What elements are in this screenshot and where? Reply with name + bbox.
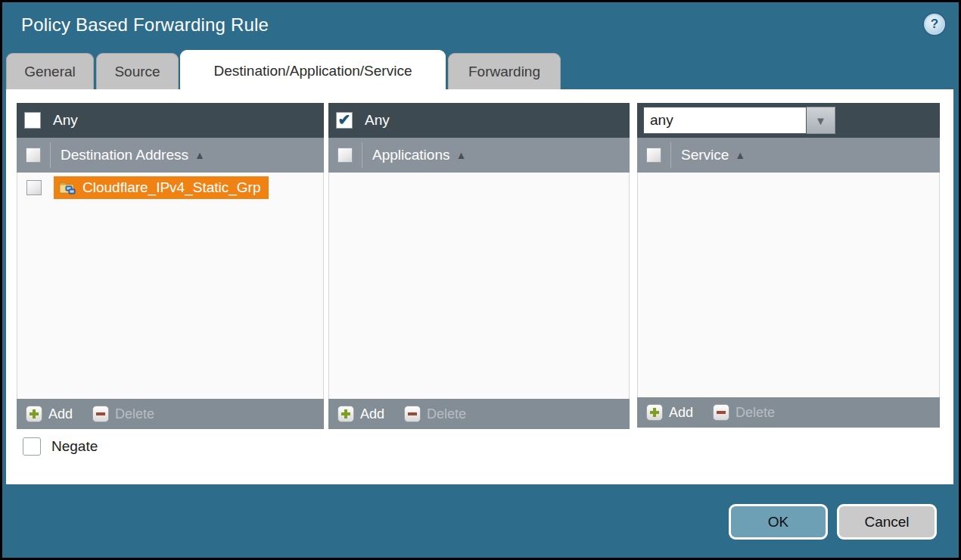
- destination-any-label: Any: [53, 112, 78, 129]
- service-header-label: Service: [681, 147, 729, 163]
- delete-icon: [92, 406, 109, 422]
- sort-ascending-icon: ▲: [735, 149, 745, 161]
- applications-footer: Add Delete: [328, 399, 630, 429]
- delete-button-label: Delete: [427, 406, 466, 422]
- add-button-label: Add: [48, 406, 73, 422]
- header-divider: [362, 142, 362, 168]
- applications-column: ✔ Any Applications ▲ Add Delete: [328, 103, 630, 429]
- applications-any-checkbox[interactable]: ✔: [336, 112, 353, 129]
- service-add-button[interactable]: Add: [646, 404, 693, 421]
- delete-button-label: Delete: [736, 405, 775, 421]
- applications-any-bar: ✔ Any: [328, 103, 630, 138]
- destination-select-all-checkbox[interactable]: [26, 148, 41, 163]
- negate-row: Negate: [23, 437, 98, 456]
- add-button-label: Add: [669, 405, 693, 421]
- service-footer: Add Delete: [637, 397, 940, 428]
- destination-address-list: Cloudflare_IPv4_Static_Grp: [17, 173, 324, 399]
- destination-footer: Add Delete: [17, 399, 324, 429]
- address-group-icon: [58, 180, 76, 195]
- destination-item-cloudflare-grp[interactable]: Cloudflare_IPv4_Static_Grp: [54, 176, 269, 199]
- applications-header[interactable]: Applications ▲: [328, 138, 630, 173]
- applications-delete-button[interactable]: Delete: [404, 406, 466, 422]
- service-dropdown-button[interactable]: ▼: [807, 107, 835, 134]
- destination-address-header[interactable]: Destination Address ▲: [17, 138, 324, 173]
- service-delete-button[interactable]: Delete: [713, 404, 775, 421]
- applications-list: [328, 173, 630, 399]
- add-icon: [646, 404, 663, 421]
- chevron-down-icon: ▼: [815, 114, 826, 127]
- tab-source[interactable]: Source: [96, 53, 179, 89]
- sort-ascending-icon: ▲: [456, 149, 466, 161]
- cancel-button[interactable]: Cancel: [837, 504, 937, 540]
- destination-header-label: Destination Address: [61, 147, 188, 163]
- destination-any-bar: Any: [17, 103, 324, 138]
- applications-add-button[interactable]: Add: [337, 406, 384, 422]
- add-icon: [337, 406, 354, 422]
- delete-button-label: Delete: [115, 406, 154, 422]
- add-button-label: Add: [360, 406, 384, 422]
- delete-icon: [713, 404, 729, 421]
- sort-ascending-icon: ▲: [194, 149, 205, 161]
- tab-content-panel: Any Destination Address ▲: [6, 89, 953, 484]
- destination-delete-button[interactable]: Delete: [92, 406, 154, 422]
- negate-label: Negate: [51, 438, 98, 455]
- ok-button[interactable]: OK: [729, 504, 828, 540]
- service-list: [637, 173, 940, 397]
- negate-checkbox[interactable]: [23, 437, 41, 456]
- destination-item-checkbox[interactable]: [26, 180, 42, 195]
- applications-any-label: Any: [365, 112, 390, 129]
- tab-forwarding[interactable]: Forwarding: [448, 53, 561, 89]
- destination-item-label: Cloudflare_IPv4_Static_Grp: [82, 179, 261, 196]
- delete-icon: [404, 406, 421, 422]
- tab-general[interactable]: General: [6, 53, 94, 89]
- service-dropdown: any ▼: [643, 107, 835, 134]
- service-column: any ▼ Service ▲ Add: [637, 103, 940, 428]
- checkmark-icon: ✔: [338, 112, 351, 127]
- destination-address-column: Any Destination Address ▲: [17, 103, 324, 429]
- service-dropdown-value[interactable]: any: [643, 107, 807, 134]
- policy-forwarding-dialog: Policy Based Forwarding Rule ? General S…: [2, 2, 959, 558]
- header-divider: [670, 142, 671, 168]
- service-any-bar: any ▼: [637, 103, 940, 138]
- service-header[interactable]: Service ▲: [637, 138, 940, 173]
- applications-select-all-checkbox[interactable]: [337, 148, 353, 163]
- destination-any-checkbox[interactable]: [24, 112, 41, 129]
- header-divider: [50, 142, 51, 168]
- destination-add-button[interactable]: Add: [26, 406, 73, 422]
- dialog-title: Policy Based Forwarding Rule: [21, 14, 269, 36]
- applications-header-label: Applications: [372, 147, 449, 163]
- help-icon[interactable]: ?: [924, 14, 945, 35]
- service-select-all-checkbox[interactable]: [646, 148, 661, 163]
- list-item: Cloudflare_IPv4_Static_Grp: [17, 173, 323, 203]
- tab-destination-application-service[interactable]: Destination/Application/Service: [180, 50, 446, 92]
- add-icon: [26, 406, 42, 422]
